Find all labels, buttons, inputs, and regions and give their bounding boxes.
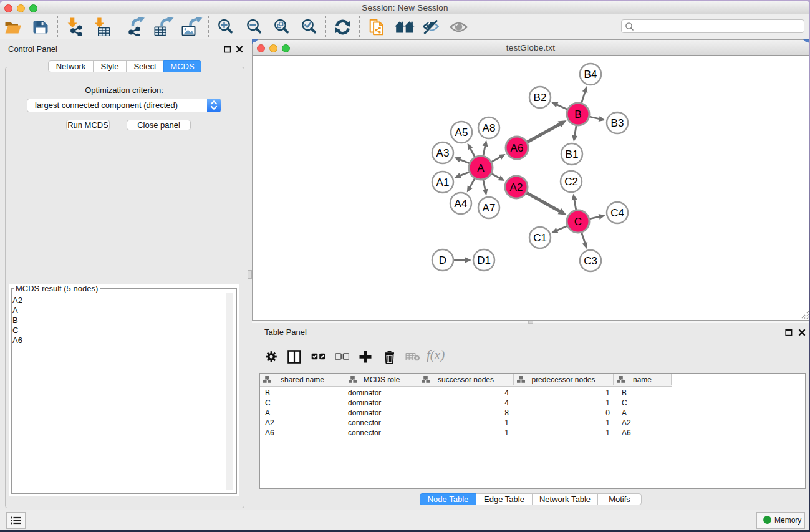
svg-text:B: B — [574, 109, 581, 120]
svg-text:A3: A3 — [436, 147, 450, 159]
svg-text:A: A — [477, 162, 485, 174]
svg-text:A7: A7 — [483, 202, 496, 214]
svg-text:A5: A5 — [455, 127, 468, 138]
svg-text:D1: D1 — [477, 254, 491, 266]
svg-text:A8: A8 — [483, 122, 496, 134]
svg-text:A2: A2 — [510, 181, 523, 193]
svg-text:C: C — [574, 216, 582, 228]
svg-text:A6: A6 — [511, 142, 524, 154]
svg-text:A1: A1 — [436, 177, 450, 188]
svg-text:A4: A4 — [455, 198, 468, 210]
svg-text:B1: B1 — [566, 148, 579, 160]
svg-text:B4: B4 — [584, 69, 597, 80]
svg-text:C1: C1 — [533, 232, 547, 244]
svg-text:C3: C3 — [584, 255, 597, 267]
svg-text:D: D — [439, 254, 446, 266]
svg-text:C2: C2 — [564, 176, 578, 188]
svg-text:B2: B2 — [534, 92, 547, 104]
svg-text:C4: C4 — [610, 207, 624, 219]
svg-text:B3: B3 — [611, 117, 624, 129]
